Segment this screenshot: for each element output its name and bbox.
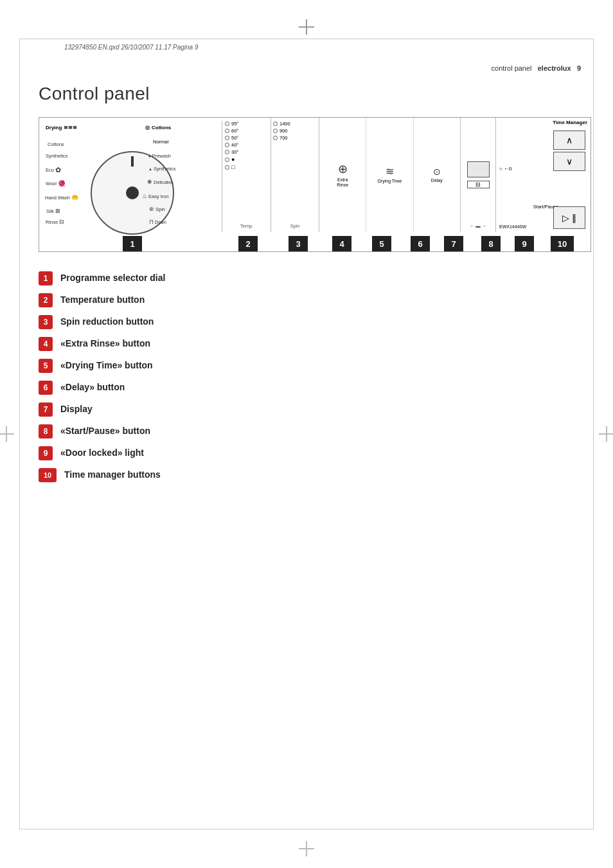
diagram-number-5: 5 (372, 236, 391, 251)
page-title: Control panel (39, 84, 581, 104)
radio-700 (273, 136, 278, 140)
extra-rinse-col: ⊕ ExtraRinse (319, 118, 366, 232)
drying-time-symbol: ≋ (386, 165, 394, 177)
programme-panel: Drying ≋≋≋ ◎ Cottons Normal Cottons Synt… (42, 121, 222, 232)
item-text-6: «Delay» button (60, 382, 125, 392)
prog-prewash: Prewash (148, 153, 171, 159)
model-label: EWX14440W (499, 224, 526, 229)
radio-900 (273, 129, 278, 133)
item-row-10: 10 Time manager buttons (39, 468, 581, 482)
cottons-icon: ◎ (145, 125, 150, 131)
item-badge-3: 3 (39, 315, 53, 329)
page-border-bottom (19, 829, 594, 829)
item-row-8: 8 «Start/Pause» button (39, 424, 581, 439)
spin-700: 700 (273, 135, 317, 141)
extra-rinse-label: ExtraRinse (337, 177, 348, 188)
diagram-number-6: 6 (411, 236, 430, 251)
prog-spin: ⊛ Spin (149, 206, 165, 212)
item-text-9: «Door locked» light (60, 448, 144, 458)
prog-eco: Eco ✿ (46, 166, 61, 174)
item-text-8: «Start/Pause» button (60, 426, 150, 436)
time-manager-label: Time Manager (553, 120, 587, 125)
temp-column: 95° 60° 50° 40° 30° (223, 118, 271, 232)
header-meta: 132974850 EN.qxd 26/10/2007 11.17 Pagina… (64, 44, 199, 51)
main-content: Control panel Drying ≋≋≋ ◎ Cottons Norma… (39, 84, 581, 490)
dial-center (126, 186, 139, 199)
time-manager-down-button[interactable]: ∨ (553, 152, 585, 171)
prog-delicates: ❋ Delicates (147, 179, 173, 185)
item-text-7: Display (60, 404, 93, 414)
item-row-3: 3 Spin reduction button (39, 315, 581, 329)
item-badge-5: 5 (39, 359, 53, 373)
prog-silk: Silk ⊠ (46, 208, 60, 214)
drying-time-col: ≋ Drying Time (366, 118, 413, 232)
drying-time-label: Drying Time (378, 179, 402, 184)
prog-rinse: Rinse ⊟ (46, 219, 64, 225)
display-label: ← ▬ → (470, 223, 487, 229)
display-door-icon: ⊟ (467, 181, 490, 188)
item-badge-4: 4 (39, 337, 53, 351)
prog-wool: Wool 🧶 (46, 180, 66, 187)
startpause-button[interactable]: ▷ ‖ (553, 206, 585, 229)
prog-cottons: Cottons (48, 141, 64, 147)
item-badge-1: 1 (39, 271, 53, 285)
item-row-7: 7 Display (39, 402, 581, 417)
prog-handwash: Hand Wash 🤲 (45, 194, 78, 201)
display-screen (467, 161, 490, 177)
prog-easyiron: ♨ Easy Iron (142, 193, 169, 199)
delay-col-label: Delay (431, 178, 443, 183)
prog-synthetics-right: Synthetics (148, 166, 176, 172)
item-text-3: Spin reduction button (60, 316, 154, 327)
item-badge-9: 9 (39, 446, 53, 460)
header-page-num: 9 (577, 64, 581, 72)
machine-diagram: Drying ≋≋≋ ◎ Cottons Normal Cottons Synt… (39, 117, 591, 252)
diagram-number-10: 10 (551, 236, 574, 251)
right-controls: Time Manager ○ ←0 Start/Pause ∧ ∨ ▷ ‖ EW… (496, 118, 591, 232)
item-text-4: «Extra Rinse» button (60, 338, 150, 348)
diagram-number-9: 9 (515, 236, 534, 251)
item-badge-6: 6 (39, 381, 53, 395)
delay-indicator: ○ ←0 (499, 166, 512, 172)
item-row-2: 2 Temperature button (39, 293, 581, 307)
startpause-area: ▷ ‖ (553, 204, 585, 229)
diagram-number-7: 7 (444, 236, 463, 251)
temp-label: Temp. (240, 223, 253, 229)
prog-drain: ⊓ Drain (149, 219, 166, 225)
page-border-right (593, 39, 594, 829)
spin-1400: 1400 (273, 121, 317, 127)
spin-column: 1400 900 700 Spin (271, 118, 319, 232)
item-badge-2: 2 (39, 293, 53, 307)
delay-symbol: ⊙ (433, 167, 441, 177)
page-border-left (19, 39, 20, 829)
radio-icon2 (225, 165, 229, 170)
item-row-4: 4 «Extra Rinse» button (39, 337, 581, 351)
item-row-5: 5 «Drying Time» button (39, 359, 581, 373)
cottons-top-label: ◎ Cottons (145, 125, 171, 131)
diagram-number-8: 8 (481, 236, 501, 251)
temp-option-50: 50° (225, 135, 269, 141)
temp-option-30: 30° (225, 149, 269, 155)
temp-option-95: 95° (225, 121, 269, 127)
radio-icon1 (225, 158, 229, 162)
radio-50 (225, 136, 229, 140)
diagram-number-1: 1 (123, 236, 142, 251)
temp-option-60: 60° (225, 128, 269, 134)
spin-label: Spin (290, 223, 299, 229)
delay-col: ⊙ Delay (414, 118, 460, 232)
temp-option-icon1: ● (225, 156, 269, 163)
radio-1400 (273, 122, 278, 126)
items-list: 1 Programme selector dial 2 Temperature … (39, 271, 581, 482)
header-brand: electrolux (538, 64, 571, 72)
radio-40 (225, 143, 229, 147)
right-section: 95° 60° 50° 40° 30° (223, 118, 591, 232)
item-text-10: Time manager buttons (64, 469, 161, 480)
item-text-2: Temperature button (60, 294, 145, 305)
item-badge-7: 7 (39, 402, 53, 417)
page-border-top (19, 39, 594, 39)
normal-label: Normal (153, 139, 168, 145)
drying-label: Drying ≋≋≋ (46, 125, 77, 131)
temp-option-40: 40° (225, 142, 269, 148)
time-manager-up-button[interactable]: ∧ (553, 131, 585, 150)
header-section-label: control panel (492, 64, 532, 72)
radio-95 (225, 122, 229, 126)
